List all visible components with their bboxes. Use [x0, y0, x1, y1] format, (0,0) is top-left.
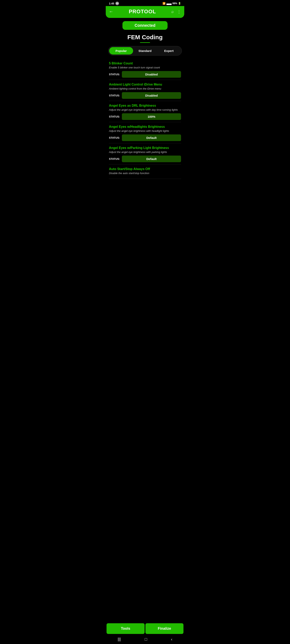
status-value-ambient[interactable]: Disabled [122, 92, 181, 99]
status-label-ambient: STATUS: [109, 94, 120, 97]
feature-item-autostop: Auto Start/Stop Always Off Disable the a… [109, 164, 181, 179]
status-row-angel-drl: STATUS: 100% [109, 113, 181, 120]
battery-icon: 🔋 [178, 2, 181, 5]
feature-title-angel-parking: Angel Eyes w/Parking Light Brightness [109, 146, 181, 150]
feature-title-blinker: 5 Blinker Count [109, 62, 181, 65]
status-bar: 1:45 69 📶 ▄▄▄ 98% 🔋 [106, 0, 184, 6]
feature-desc-angel-parking: Adjust the angel eye brightness with par… [109, 150, 181, 154]
search-button[interactable]: ⌕ [171, 9, 174, 14]
app-title: PROTOOL [129, 8, 156, 15]
tab-standard[interactable]: Standard [133, 47, 157, 54]
back-button[interactable]: ← [109, 9, 113, 14]
feature-desc-autostop: Disable the auto start/stop function [109, 172, 181, 175]
battery-level: 98% [172, 2, 177, 5]
feature-desc-angel-headlights: Adjust the angel eye brightness with hea… [109, 130, 181, 132]
connected-badge: Connected [122, 21, 167, 30]
menu-button[interactable]: ⋮ [177, 9, 181, 14]
page-title: FEM Coding [106, 34, 184, 41]
header-icons: ⌕ ⋮ [171, 9, 181, 14]
connected-container: Connected [106, 21, 184, 30]
feature-item-blinker: 5 Blinker Count Enable 5 blinker one tou… [109, 59, 181, 80]
status-value-angel-parking[interactable]: Default [122, 156, 181, 162]
feature-desc-blinker: Enable 5 blinker one touch turn signal c… [109, 66, 181, 69]
status-label-angel-headlights: STATUS: [109, 136, 120, 139]
page-title-container: FEM Coding [106, 34, 184, 43]
feature-item-ambient: Ambient Light Control iDrive Menu Ambien… [109, 80, 181, 101]
signal-icon: ▄▄▄ [166, 2, 172, 5]
status-row-blinker: STATUS: Disabled [109, 71, 181, 78]
status-row-angel-headlights: STATUS: Default [109, 134, 181, 141]
status-value-angel-drl[interactable]: 100% [122, 113, 181, 120]
title-underline [140, 42, 150, 43]
app-header: ← PROTOOL ⌕ ⋮ [106, 6, 184, 18]
wifi-icon: 📶 [163, 2, 166, 5]
tab-popular[interactable]: Popular [109, 47, 133, 54]
feature-item-angel-parking: Angel Eyes w/Parking Light Brightness Ad… [109, 143, 181, 164]
tabs-container: Popular Standard Expert [108, 46, 182, 56]
status-bar-right: 📶 ▄▄▄ 98% 🔋 [163, 2, 181, 5]
feature-title-ambient: Ambient Light Control iDrive Menu [109, 83, 181, 86]
feature-title-autostop: Auto Start/Stop Always Off [109, 167, 181, 171]
feature-desc-ambient: Ambient lighting control from the iDrive… [109, 87, 181, 90]
status-row-angel-parking: STATUS: Default [109, 156, 181, 162]
status-label-blinker: STATUS: [109, 73, 120, 76]
status-value-angel-headlights[interactable]: Default [122, 134, 181, 141]
feature-desc-angel-drl: Adjust the angel eye brightness with day… [109, 108, 181, 111]
notification-badge: 69 [115, 2, 119, 5]
feature-title-angel-drl: Angel Eyes as DRL Brightness [109, 104, 181, 108]
time-display: 1:45 [109, 2, 114, 5]
tab-expert[interactable]: Expert [157, 47, 181, 54]
feature-list: 5 Blinker Count Enable 5 blinker one tou… [106, 59, 184, 197]
status-bar-left: 1:45 69 [109, 2, 119, 5]
status-label-angel-parking: STATUS: [109, 158, 120, 160]
feature-item-angel-drl: Angel Eyes as DRL Brightness Adjust the … [109, 101, 181, 122]
status-value-blinker[interactable]: Disabled [122, 71, 181, 78]
feature-title-angel-headlights: Angel Eyes w/Headlights Brightness [109, 125, 181, 128]
status-label-angel-drl: STATUS: [109, 115, 120, 118]
feature-item-angel-headlights: Angel Eyes w/Headlights Brightness Adjus… [109, 122, 181, 143]
status-row-ambient: STATUS: Disabled [109, 92, 181, 99]
